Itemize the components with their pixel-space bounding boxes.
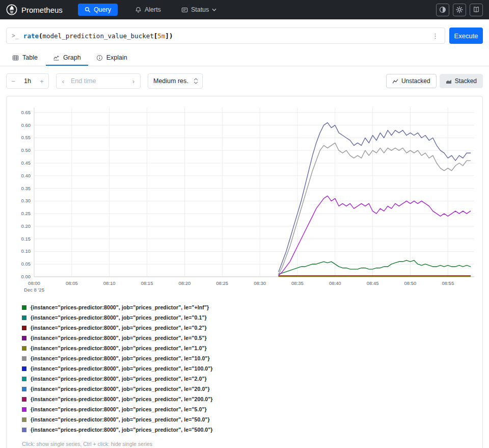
svg-text:0.40: 0.40	[21, 173, 31, 178]
search-icon	[85, 7, 91, 13]
stacked-button[interactable]: Stacked	[440, 74, 483, 88]
legend-label: {instance="prices-predictor:8000", job="…	[31, 304, 209, 310]
prometheus-logo-icon	[6, 4, 17, 15]
resolution-select[interactable]: Medium res.	[148, 73, 203, 89]
legend-label: {instance="prices-predictor:8000", job="…	[31, 427, 213, 433]
svg-text:08:45: 08:45	[367, 280, 379, 286]
legend-item[interactable]: {instance="prices-predictor:8000", job="…	[22, 345, 478, 351]
brand-name: Prometheus	[21, 6, 63, 14]
legend-item[interactable]: {instance="prices-predictor:8000", job="…	[22, 325, 478, 331]
legend-swatch	[22, 336, 26, 340]
theme-toggle-button[interactable]	[436, 4, 449, 16]
legend: {instance="prices-predictor:8000", job="…	[22, 304, 478, 433]
legend-item[interactable]: {instance="prices-predictor:8000", job="…	[22, 427, 478, 433]
chevron-down-icon	[212, 8, 216, 12]
svg-text:0.50: 0.50	[21, 147, 31, 153]
legend-item[interactable]: {instance="prices-predictor:8000", job="…	[22, 376, 478, 382]
promql-paren-open: (	[39, 32, 43, 40]
promql-function: rate	[23, 32, 39, 40]
legend-item[interactable]: {instance="prices-predictor:8000", job="…	[22, 386, 478, 392]
svg-text:0.65: 0.65	[21, 110, 31, 115]
legend-swatch	[22, 346, 26, 351]
legend-item[interactable]: {instance="prices-predictor:8000", job="…	[22, 396, 478, 402]
expression-input[interactable]: >_ rate(model_prediction_value_bucket[5m…	[6, 28, 445, 44]
time-forward-button[interactable]: ›	[127, 74, 140, 88]
legend-swatch	[22, 387, 26, 391]
legend-swatch	[22, 315, 26, 320]
stacked-chart-icon	[446, 78, 452, 84]
legend-item[interactable]: {instance="prices-predictor:8000", job="…	[22, 335, 478, 341]
range-increase-button[interactable]: +	[35, 74, 48, 88]
svg-text:0.25: 0.25	[21, 210, 31, 216]
legend-swatch	[22, 377, 26, 381]
range-value[interactable]: 1h	[20, 77, 35, 85]
svg-text:Dec 8 '25: Dec 8 '25	[24, 287, 44, 293]
legend-item[interactable]: {instance="prices-predictor:8000", job="…	[22, 304, 478, 310]
nav-status-button[interactable]: Status	[178, 6, 220, 14]
svg-text:0.15: 0.15	[21, 236, 31, 242]
settings-button[interactable]	[453, 4, 466, 16]
legend-label: {instance="prices-predictor:8000", job="…	[31, 416, 210, 423]
navbar-right-actions	[436, 4, 483, 16]
tab-table-label: Table	[22, 54, 38, 61]
svg-text:0.35: 0.35	[21, 186, 31, 191]
svg-text:08:10: 08:10	[103, 280, 116, 286]
svg-text:08:40: 08:40	[329, 280, 341, 286]
chart[interactable]: 0.000.050.100.150.200.250.300.350.400.45…	[11, 102, 477, 299]
promql-metric: model_prediction_value_bucket	[43, 32, 154, 40]
docs-button[interactable]	[470, 4, 483, 16]
bell-icon	[135, 7, 142, 13]
tab-graph[interactable]: Graph	[46, 50, 88, 66]
status-icon	[181, 7, 188, 13]
end-time-picker: ‹ ›	[56, 73, 141, 89]
book-icon	[473, 6, 480, 13]
time-back-button[interactable]: ‹	[57, 74, 70, 88]
svg-text:08:50: 08:50	[404, 280, 417, 286]
svg-text:0.60: 0.60	[21, 122, 31, 128]
tab-table[interactable]: Table	[5, 50, 45, 66]
kebab-menu-icon[interactable]: ⋮	[431, 32, 440, 40]
legend-label: {instance="prices-predictor:8000", job="…	[31, 396, 213, 402]
unstacked-chart-icon	[392, 78, 398, 84]
legend-item[interactable]: {instance="prices-predictor:8000", job="…	[22, 406, 478, 412]
svg-text:0.05: 0.05	[21, 261, 31, 267]
svg-text:0.55: 0.55	[21, 135, 31, 140]
legend-swatch	[22, 428, 26, 432]
graph-icon	[53, 55, 60, 61]
select-stepper-icon	[194, 77, 198, 85]
tab-explain[interactable]: Explain	[89, 50, 134, 66]
svg-text:08:55: 08:55	[442, 280, 454, 286]
graph-controls: − 1h + ‹ › Medium res. Unstacked	[6, 73, 483, 89]
end-time-input[interactable]	[70, 77, 127, 85]
view-tabs: Table Graph Explain	[0, 50, 489, 66]
nav-query-button[interactable]: Query	[78, 4, 118, 16]
legend-swatch	[22, 366, 26, 371]
tab-explain-label: Explain	[106, 54, 127, 61]
navbar: Prometheus Query Alerts Status	[0, 0, 489, 19]
unstacked-label: Unstacked	[401, 77, 430, 85]
stacked-label: Stacked	[455, 77, 477, 85]
legend-item[interactable]: {instance="prices-predictor:8000", job="…	[22, 355, 478, 361]
svg-text:08:25: 08:25	[216, 280, 228, 286]
legend-swatch	[22, 305, 26, 310]
promql-paren-close: )	[169, 32, 173, 40]
range-decrease-button[interactable]: −	[7, 74, 20, 88]
brand[interactable]: Prometheus	[6, 4, 63, 15]
legend-swatch	[22, 326, 26, 330]
svg-text:08:00: 08:00	[28, 280, 40, 286]
legend-item[interactable]: {instance="prices-predictor:8000", job="…	[22, 365, 478, 372]
unstacked-button[interactable]: Unstacked	[386, 74, 437, 88]
svg-text:08:20: 08:20	[178, 280, 191, 286]
table-icon	[12, 55, 19, 61]
legend-label: {instance="prices-predictor:8000", job="…	[31, 406, 207, 412]
nav-alerts-button[interactable]: Alerts	[132, 6, 164, 14]
legend-swatch	[22, 397, 26, 402]
legend-label: {instance="prices-predictor:8000", job="…	[31, 386, 210, 392]
legend-item[interactable]: {instance="prices-predictor:8000", job="…	[22, 314, 478, 321]
nav-status-label: Status	[191, 6, 209, 13]
legend-item[interactable]: {instance="prices-predictor:8000", job="…	[22, 416, 478, 423]
stack-toggle: Unstacked Stacked	[386, 74, 483, 88]
execute-button[interactable]: Execute	[449, 28, 483, 44]
promql-expression[interactable]: rate(model_prediction_value_bucket[5m])	[23, 32, 426, 40]
resolution-value: Medium res.	[153, 77, 188, 85]
